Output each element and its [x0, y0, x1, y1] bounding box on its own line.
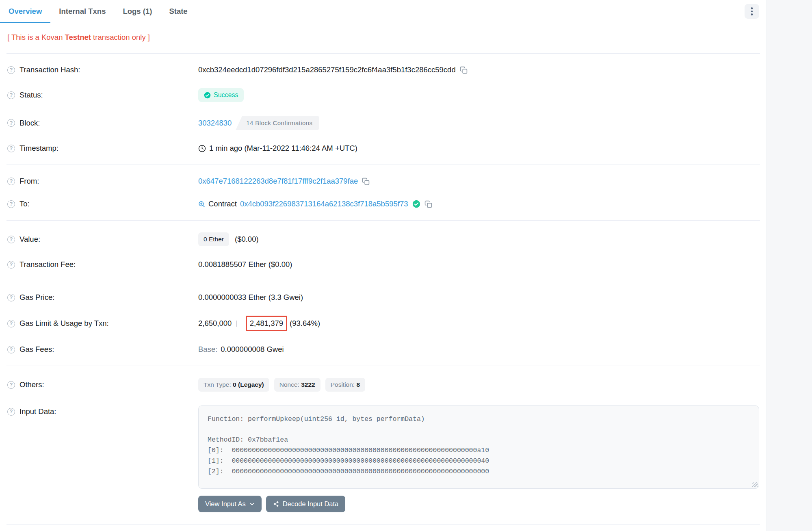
- input-word-1: [1]: 00000000000000000000000000000000000…: [208, 456, 750, 466]
- kebab-menu-icon: [751, 7, 753, 15]
- copy-icon: [362, 178, 370, 185]
- help-icon[interactable]: ?: [7, 408, 15, 416]
- gas-used-highlight-box: 2,481,379: [246, 316, 287, 331]
- row-others: ? Others: Txn Type: 0 (Legacy) Nonce: 32…: [0, 371, 767, 399]
- chevron-down-icon: [249, 501, 255, 507]
- input-methodid-line: MethodID: 0x7bbaf1ea: [208, 435, 750, 445]
- help-icon[interactable]: ?: [7, 320, 15, 327]
- input-word-2: [2]: 00000000000000000000000000000000000…: [208, 466, 750, 477]
- nonce-badge: Nonce: 3222: [274, 378, 320, 392]
- timestamp-label: ? Timestamp:: [7, 144, 198, 153]
- decode-input-data-button[interactable]: Decode Input Data: [266, 496, 346, 512]
- fiat-value-text: ($0.00): [235, 235, 259, 244]
- clock-icon: [198, 145, 206, 152]
- gas-price-value: 0.0000000033 Ether (3.3 Gwei): [198, 293, 303, 302]
- decode-icon: [273, 501, 279, 507]
- position-badge: Position: 8: [325, 378, 365, 392]
- to-address-link[interactable]: 0x4cb093f226983713164a62138c3f718a5b595f…: [240, 199, 408, 208]
- label-text: To:: [19, 199, 30, 208]
- tab-internal-txns[interactable]: Internal Txns: [50, 0, 114, 23]
- section-others-input: ? Others: Txn Type: 0 (Legacy) Nonce: 32…: [0, 366, 767, 524]
- view-input-as-button[interactable]: View Input As: [198, 496, 262, 512]
- to-type-text: Contract: [208, 199, 237, 208]
- transaction-hash-label: ? Transaction Hash:: [7, 65, 198, 74]
- transaction-fee-value: 0.0081885507 Ether ($0.00): [198, 260, 292, 269]
- copy-from-address-button[interactable]: [362, 178, 370, 185]
- position-value: 8: [356, 381, 360, 388]
- row-gas-limit-usage: ? Gas Limit & Usage by Txn: 2,650,000 | …: [0, 309, 767, 338]
- label-text: Transaction Hash:: [19, 65, 80, 74]
- status-text: Success: [214, 91, 238, 99]
- help-icon[interactable]: ?: [7, 381, 15, 389]
- from-label: ? From:: [7, 177, 198, 186]
- input-actions: View Input As Decode Input Data: [198, 496, 759, 512]
- section-parties: ? From: 0x647e7168122263d8e7f81f17fff9c2…: [0, 165, 767, 220]
- gas-limit-value: 2,650,000: [198, 319, 232, 328]
- help-icon[interactable]: ?: [7, 145, 15, 152]
- check-circle-icon: [204, 92, 211, 99]
- gas-price-label: ? Gas Price:: [7, 293, 198, 302]
- transaction-hash-value: 0xcb324eedcd1d07296fdf3d215a2865275f159c…: [198, 65, 456, 74]
- row-gas-price: ? Gas Price: 0.0000000033 Ether (3.3 Gwe…: [0, 286, 767, 309]
- help-icon[interactable]: ?: [7, 119, 15, 127]
- more-options-button[interactable]: [745, 4, 759, 19]
- block-label: ? Block:: [7, 119, 198, 128]
- row-gas-fees: ? Gas Fees: Base: 0.000000008 Gwei: [0, 338, 767, 361]
- label-text: Input Data:: [19, 407, 56, 416]
- row-input-data: ? Input Data: Function: performUpkeep(ui…: [0, 399, 767, 519]
- help-icon[interactable]: ?: [7, 294, 15, 301]
- ether-value-badge: 0 Ether: [198, 232, 229, 246]
- txn-type-badge: Txn Type: 0 (Legacy): [198, 378, 269, 392]
- copy-txhash-button[interactable]: [460, 66, 468, 74]
- help-icon[interactable]: ?: [7, 200, 15, 208]
- nonce-key: Nonce:: [279, 381, 301, 388]
- label-text: Gas Fees:: [19, 345, 54, 354]
- section-summary: ? Transaction Hash: 0xcb324eedcd1d07296f…: [0, 54, 767, 165]
- tab-overview[interactable]: Overview: [0, 0, 50, 23]
- section-value: ? Value: 0 Ether ($0.00) ? Transaction F…: [0, 221, 767, 281]
- label-text: Block:: [19, 119, 40, 128]
- help-icon[interactable]: ?: [7, 91, 15, 99]
- status-badge: Success: [198, 88, 244, 102]
- txn-type-value: 0 (Legacy): [233, 381, 264, 388]
- notice-text-suffix: transaction only ]: [91, 33, 150, 41]
- help-icon[interactable]: ?: [7, 261, 15, 269]
- base-fee-label: Base:: [198, 345, 217, 354]
- copy-icon: [424, 200, 432, 208]
- timestamp-value: 1 min ago (Mar-11-2022 11:46:24 AM +UTC): [209, 144, 357, 153]
- help-icon[interactable]: ?: [7, 178, 15, 185]
- decode-input-data-label: Decode Input Data: [283, 500, 339, 508]
- row-status: ? Status: Success: [0, 81, 767, 109]
- help-icon[interactable]: ?: [7, 66, 15, 74]
- tab-bar: Overview Internal Txns Logs (1) State: [0, 0, 767, 23]
- help-icon[interactable]: ?: [7, 346, 15, 353]
- label-text: Status:: [19, 91, 43, 100]
- row-transaction-fee: ? Transaction Fee: 0.0081885507 Ether ($…: [0, 253, 767, 276]
- nonce-value: 3222: [301, 381, 315, 388]
- bottom-spacer: [0, 524, 767, 531]
- testnet-notice: [ This is a Kovan Testnet transaction on…: [0, 23, 767, 53]
- gas-used-value: 2,481,379: [250, 319, 283, 327]
- input-function-line: Function: performUpkeep(uint256 id, byte…: [208, 414, 750, 425]
- resize-handle[interactable]: [752, 482, 758, 487]
- label-text: Gas Price:: [19, 293, 54, 302]
- label-text: Value:: [19, 235, 40, 244]
- label-text: Timestamp:: [19, 144, 58, 153]
- from-address-link[interactable]: 0x647e7168122263d8e7f81f17fff9c2f1aa379f…: [198, 177, 358, 186]
- notice-text-prefix: [ This is a Kovan: [7, 33, 65, 41]
- zoom-in-icon[interactable]: [198, 201, 205, 208]
- gas-used-percent: (93.64%): [290, 319, 320, 328]
- block-number-link[interactable]: 30324830: [198, 119, 232, 128]
- tab-logs[interactable]: Logs (1): [114, 0, 160, 23]
- help-icon[interactable]: ?: [7, 236, 15, 243]
- status-label: ? Status:: [7, 91, 198, 100]
- row-timestamp: ? Timestamp: 1 min ago (Mar-11-2022 11:4…: [0, 137, 767, 160]
- row-block: ? Block: 30324830 14 Block Confirmations: [0, 109, 767, 137]
- tab-state[interactable]: State: [160, 0, 196, 23]
- input-data-textarea[interactable]: Function: performUpkeep(uint256 id, byte…: [198, 405, 759, 489]
- others-label: ? Others:: [7, 380, 198, 389]
- input-word-0: [0]: 00000000000000000000000000000000000…: [208, 445, 750, 456]
- to-label: ? To:: [7, 199, 198, 208]
- copy-to-address-button[interactable]: [424, 200, 432, 208]
- txn-type-key: Txn Type:: [204, 381, 233, 388]
